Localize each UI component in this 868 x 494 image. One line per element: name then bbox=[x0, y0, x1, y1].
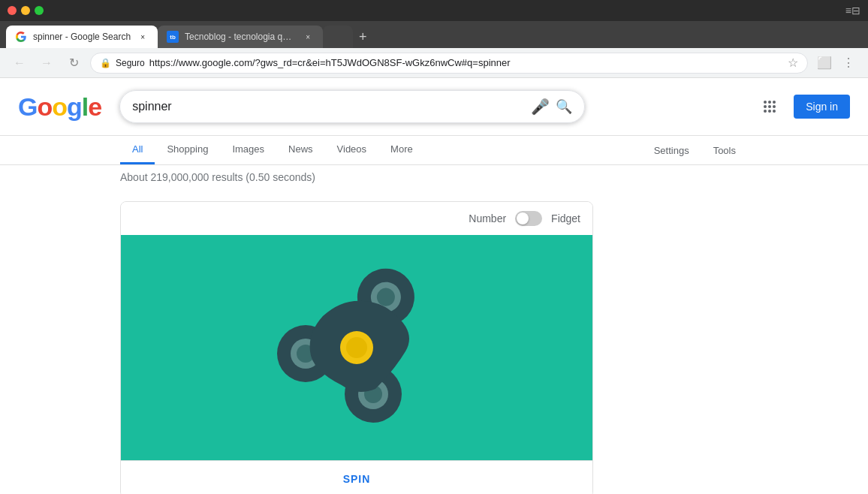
maximize-window-button[interactable] bbox=[35, 6, 44, 15]
results-info: About 219,000,000 results (0.50 seconds) bbox=[0, 165, 868, 189]
search-box[interactable]: 🎤 🔍 bbox=[119, 90, 585, 123]
url-text: https://www.google.com/?gws_rd=cr&ei=hT5… bbox=[149, 57, 783, 68]
logo-letter-o2: o bbox=[52, 92, 67, 122]
title-bar: ≡⊟ bbox=[0, 0, 868, 21]
toggle-fidget-label: Fidget bbox=[551, 212, 580, 224]
google-logo[interactable]: G o o g l e bbox=[18, 92, 101, 122]
nav-tab-images[interactable]: Images bbox=[220, 136, 276, 164]
forward-button[interactable]: → bbox=[36, 53, 57, 74]
tecnoblog-favicon: tb bbox=[167, 31, 179, 43]
nav-tab-more[interactable]: More bbox=[378, 136, 425, 164]
apps-grid-icon bbox=[764, 101, 776, 113]
logo-letter-g: G bbox=[18, 92, 37, 122]
widget-header: Number Fidget bbox=[121, 202, 592, 235]
search-input[interactable] bbox=[132, 100, 525, 113]
google-page: G o o g l e 🎤 🔍 Sign in bbox=[0, 78, 868, 494]
spin-button[interactable]: SPIN bbox=[343, 473, 371, 485]
new-tab-button[interactable]: + bbox=[353, 26, 373, 48]
traffic-lights bbox=[8, 6, 44, 15]
address-input-wrap[interactable]: 🔒 Seguro https://www.google.com/?gws_rd=… bbox=[90, 53, 808, 74]
spinner-toggle[interactable] bbox=[515, 211, 542, 226]
close-window-button[interactable] bbox=[8, 6, 17, 15]
nav-tab-shopping[interactable]: Shopping bbox=[155, 136, 220, 164]
tab-tecnoblog[interactable]: tb Tecnoblog - tecnologia que in... × bbox=[158, 26, 323, 48]
search-nav-tabs: All Shopping Images News Videos More Set… bbox=[0, 136, 868, 165]
toggle-knob bbox=[517, 212, 529, 224]
toggle-number-label: Number bbox=[469, 212, 506, 224]
address-bar: ← → ↻ 🔒 Seguro https://www.google.com/?g… bbox=[0, 48, 868, 78]
nav-tools[interactable]: Tools bbox=[701, 137, 748, 164]
tab-google-close[interactable]: × bbox=[137, 31, 149, 43]
nav-tab-videos[interactable]: Videos bbox=[325, 136, 379, 164]
cast-button[interactable]: ⬜ bbox=[814, 53, 835, 74]
refresh-button[interactable]: ↻ bbox=[63, 53, 84, 74]
nav-tab-news[interactable]: News bbox=[276, 136, 325, 164]
secure-label: Seguro bbox=[116, 58, 145, 68]
search-box-wrap: 🎤 🔍 bbox=[119, 90, 585, 123]
fidget-spinner-svg[interactable] bbox=[274, 265, 439, 430]
nav-tab-all[interactable]: All bbox=[120, 136, 155, 164]
browser-toolbar: ⬜ ⋮ bbox=[814, 53, 859, 74]
spinner-canvas[interactable] bbox=[121, 235, 592, 460]
svg-point-10 bbox=[346, 337, 367, 358]
logo-letter-l: l bbox=[82, 92, 88, 122]
tab-google-title: spinner - Google Search bbox=[33, 32, 131, 42]
tab-tecnoblog-close[interactable]: × bbox=[302, 31, 314, 43]
tab-tecnoblog-title: Tecnoblog - tecnologia que in... bbox=[185, 32, 296, 42]
sign-in-button[interactable]: Sign in bbox=[794, 95, 850, 119]
spinner-widget: Number Fidget bbox=[120, 201, 593, 494]
window-controls-icon: ≡⊟ bbox=[845, 5, 860, 17]
search-icon[interactable]: 🔍 bbox=[556, 98, 572, 115]
logo-letter-e: e bbox=[88, 92, 101, 122]
google-header: G o o g l e 🎤 🔍 Sign in bbox=[0, 78, 868, 136]
header-right: Sign in bbox=[755, 92, 850, 122]
logo-letter-o1: o bbox=[37, 92, 52, 122]
google-apps-button[interactable] bbox=[755, 92, 785, 122]
tab-google[interactable]: spinner - Google Search × bbox=[6, 26, 158, 48]
nav-settings[interactable]: Settings bbox=[642, 137, 701, 164]
spinner-footer: SPIN bbox=[121, 460, 592, 494]
tab-bar: spinner - Google Search × tb Tecnoblog -… bbox=[0, 21, 868, 48]
back-button[interactable]: ← bbox=[9, 53, 30, 74]
logo-letter-g2: g bbox=[67, 92, 82, 122]
menu-button[interactable]: ⋮ bbox=[838, 53, 859, 74]
tab-placeholder[interactable] bbox=[323, 26, 353, 48]
mic-icon[interactable]: 🎤 bbox=[531, 98, 550, 116]
google-favicon bbox=[15, 31, 27, 43]
lock-icon: 🔒 bbox=[100, 58, 111, 68]
minimize-window-button[interactable] bbox=[21, 6, 30, 15]
bookmark-star-button[interactable]: ☆ bbox=[788, 56, 798, 70]
